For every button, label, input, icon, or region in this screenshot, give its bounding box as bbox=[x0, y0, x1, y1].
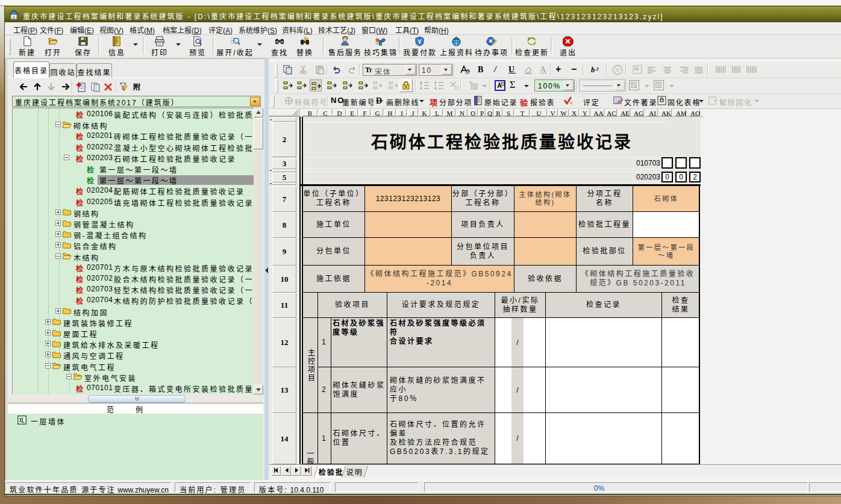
svg-text:DVD: DVD bbox=[486, 38, 495, 41]
svg-text:⅙: ⅙ bbox=[614, 67, 621, 73]
